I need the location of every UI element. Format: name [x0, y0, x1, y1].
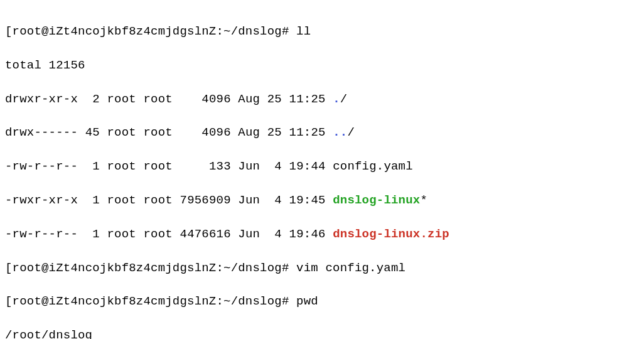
command-ll: ll — [296, 24, 311, 38]
ll-total: total 12156 — [5, 57, 639, 74]
prompt: root@iZt4ncojkbf8z4cmjdgslnZ:~/dnslog# — [13, 24, 289, 38]
ll-row-1: drwx------ 45 root root 4096 Aug 25 11:2… — [5, 124, 639, 141]
cmd-line-vim: [root@iZt4ncojkbf8z4cmjdgslnZ:~/dnslog# … — [5, 260, 639, 277]
ll-row-2: -rw-r--r-- 1 root root 133 Jun 4 19:44 c… — [5, 158, 639, 175]
ll-row-3: -rwxr-xr-x 1 root root 7956909 Jun 4 19:… — [5, 192, 639, 209]
command-vim: vim config.yaml — [296, 261, 405, 275]
command-pwd: pwd — [296, 294, 318, 308]
cmd-line-pwd: [root@iZt4ncojkbf8z4cmjdgslnZ:~/dnslog# … — [5, 293, 639, 310]
dir-dot: . — [333, 92, 340, 106]
pwd-output: /root/dnslog — [5, 327, 639, 339]
prompt-bracket: [ — [5, 24, 13, 38]
cmd-line-ll: [root@iZt4ncojkbf8z4cmjdgslnZ:~/dnslog# … — [5, 23, 639, 40]
ll-row-4: -rw-r--r-- 1 root root 4476616 Jun 4 19:… — [5, 226, 639, 243]
terminal[interactable]: [root@iZt4ncojkbf8z4cmjdgslnZ:~/dnslog# … — [0, 0, 644, 339]
dir-dotdot: .. — [333, 126, 347, 139]
file-config-yaml: config.yaml — [333, 159, 413, 173]
ll-row-0: drwxr-xr-x 2 root root 4096 Aug 25 11:25… — [5, 91, 639, 108]
file-dnslog-linux: dnslog-linux — [333, 193, 420, 207]
file-dnslog-linux-zip: dnslog-linux.zip — [333, 227, 449, 241]
